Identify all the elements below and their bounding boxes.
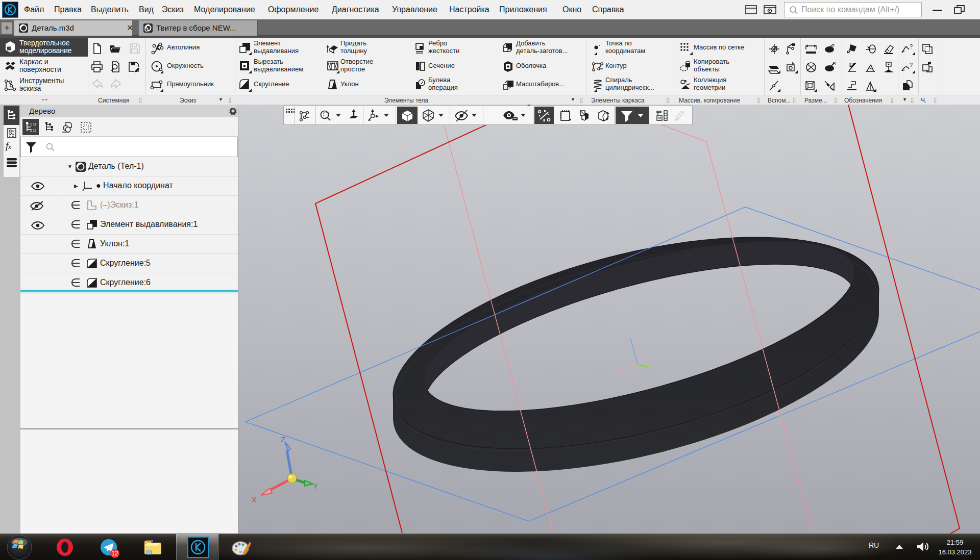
svg-text:X: X — [252, 495, 257, 504]
svg-text:E: E — [849, 62, 853, 68]
svg-text:1 11: 1 11 — [30, 122, 36, 126]
svg-text:?: ? — [910, 43, 913, 49]
svg-text:12: 12 — [111, 550, 118, 557]
svg-text:R: R — [833, 61, 836, 66]
svg-text:2 12: 2 12 — [30, 129, 36, 132]
svg-text:Z: Z — [281, 435, 285, 444]
svg-text:Y: Y — [313, 481, 318, 490]
svg-text:?: ? — [910, 62, 913, 68]
